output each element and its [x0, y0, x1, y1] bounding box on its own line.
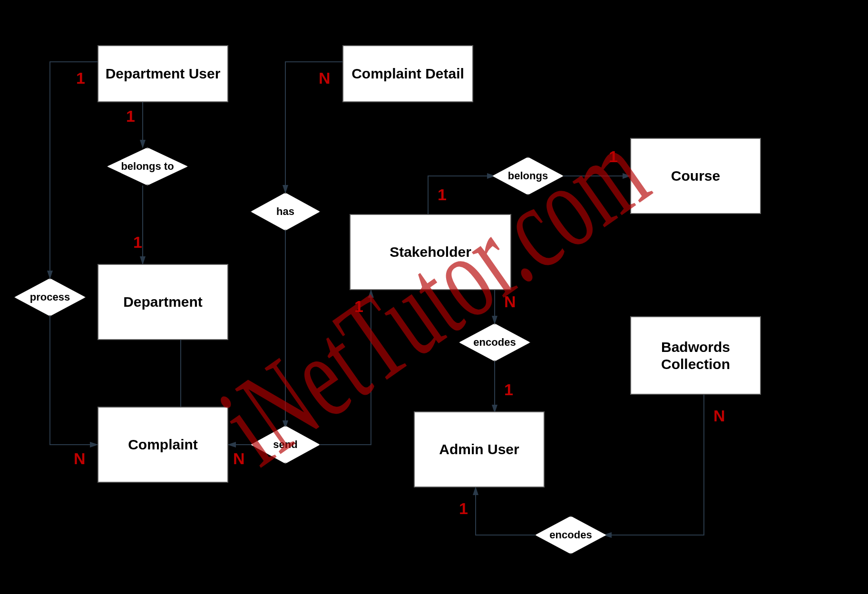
relation-process: process [14, 278, 86, 316]
cardinality-adminuser-bottom: 1 [459, 499, 468, 518]
cardinality-stakeholder-right: N [504, 292, 516, 311]
relation-has: has [251, 193, 320, 231]
cardinality-course-left: 1 [609, 147, 618, 166]
er-diagram: Department User Complaint Detail Course … [0, 0, 868, 594]
relation-encodes-badwords: encodes [535, 516, 606, 554]
entity-admin-user: Admin User [414, 411, 545, 487]
entity-complaint: Complaint [98, 407, 228, 483]
entity-stakeholder: Stakeholder [350, 214, 511, 290]
entity-complaint-detail: Complaint Detail [342, 45, 473, 102]
cardinality-adminuser-top: 1 [504, 380, 513, 399]
relation-label: encodes [535, 516, 606, 554]
relation-belongs-to: belongs to [107, 147, 188, 185]
cardinality-badwords-bottom: N [713, 407, 725, 425]
entity-department: Department [98, 264, 228, 340]
cardinality-deptuser-bottom: 1 [126, 107, 135, 126]
cardinality-stakeholder-bottomleft: 1 [354, 297, 363, 316]
relation-label: belongs to [107, 147, 188, 185]
cardinality-complaint-left: N [74, 449, 86, 468]
entity-label: Admin User [439, 441, 519, 458]
entity-badwords-collection: Badwords Collection [630, 316, 761, 395]
entity-course: Course [630, 138, 761, 214]
cardinality-complaint-right: N [233, 449, 245, 468]
relation-label: belongs [492, 157, 564, 195]
relation-label: send [251, 426, 320, 464]
entity-label: Department User [106, 65, 221, 82]
relation-encodes-stakeholder: encodes [459, 323, 530, 361]
entity-label: Badwords Collection [633, 339, 758, 373]
entity-label: Department [123, 293, 203, 311]
entity-label: Complaint [128, 436, 198, 453]
entity-label: Stakeholder [390, 243, 471, 261]
relation-belongs: belongs [492, 157, 564, 195]
entity-label: Complaint Detail [351, 65, 464, 82]
relation-send: send [251, 426, 320, 464]
cardinality-deptuser-left: 1 [76, 69, 85, 88]
relation-label: process [14, 278, 86, 316]
cardinality-stakeholder-topleft: 1 [438, 185, 447, 204]
entity-department-user: Department User [98, 45, 228, 102]
entity-label: Course [671, 167, 720, 185]
cardinality-complaintdetail-left: N [319, 69, 331, 88]
relation-label: has [251, 193, 320, 231]
cardinality-department-top: 1 [133, 233, 142, 252]
relation-label: encodes [459, 323, 530, 361]
